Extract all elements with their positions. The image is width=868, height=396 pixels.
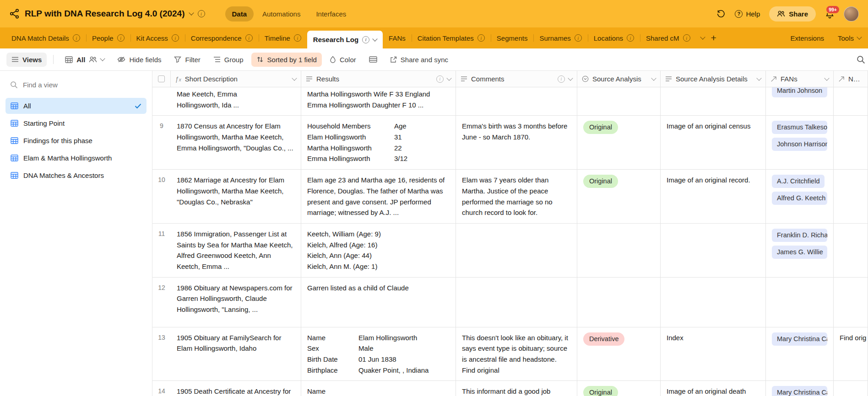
- tables-dropdown-chevron-icon[interactable]: [700, 34, 705, 39]
- cell-source-analysis-details[interactable]: Image of an original census: [661, 116, 766, 169]
- linked-record-chip[interactable]: Mary Christina Car: [772, 332, 827, 346]
- linked-record-chip[interactable]: Mary Christina Car: [772, 386, 827, 396]
- cell-fans[interactable]: Franklin D. RichardJames G. Willie: [766, 224, 834, 277]
- column-header-source-analysis[interactable]: Source Analysis: [577, 71, 661, 87]
- cell-source-analysis-details[interactable]: Index: [661, 327, 766, 381]
- table-tab-segments[interactable]: Segments: [491, 27, 534, 48]
- cell-comments[interactable]: This doesn't look like an obituary, it s…: [456, 327, 577, 381]
- cell-source-analysis[interactable]: Original: [577, 116, 661, 169]
- row-number[interactable]: 14: [152, 381, 171, 396]
- cell-fans[interactable]: A.J. CritchfieldAlfred G. Keetch: [766, 170, 834, 223]
- cell-results[interactable]: Martha Hollingsworth Wife F 33 EnglandEm…: [301, 87, 456, 115]
- cell-results[interactable]: Household MembersAgeElam Hollingsworth31…: [301, 116, 456, 169]
- cell-source-analysis-details[interactable]: [661, 278, 766, 327]
- view-switcher[interactable]: All: [60, 53, 109, 67]
- cell-short-description[interactable]: 1862 Marriage at Ancestry for Elam Holli…: [171, 170, 301, 223]
- notifications-button[interactable]: 99+: [825, 9, 835, 19]
- cell-fans[interactable]: [766, 278, 834, 327]
- column-header-short-description[interactable]: ƒxShort Description: [171, 71, 301, 87]
- sidebar-view-findings-for-this-phase[interactable]: Findings for this phase: [5, 133, 146, 149]
- select-all-checkbox[interactable]: [158, 75, 165, 82]
- history-icon[interactable]: [716, 9, 726, 18]
- find-view-box[interactable]: [5, 78, 146, 91]
- sidebar-view-all[interactable]: All: [5, 98, 146, 114]
- cell-short-description[interactable]: 1905 Obituary at FamilySearch for Elam H…: [171, 327, 301, 381]
- table-tab-people[interactable]: People: [86, 27, 130, 48]
- select-badge[interactable]: Original: [583, 121, 618, 134]
- cell-comments[interactable]: [456, 278, 577, 327]
- chevron-down-icon[interactable]: [824, 75, 829, 80]
- avatar[interactable]: [844, 6, 859, 21]
- cell-source-analysis[interactable]: [577, 87, 661, 115]
- cell-source-analysis-details[interactable]: Image of an original death certificate: [661, 381, 766, 396]
- cell-fans[interactable]: Erasmus TalkesonJohnson Harrison: [766, 116, 834, 169]
- linked-record-chip[interactable]: Alfred G. Keetch: [772, 192, 827, 205]
- linked-record-chip[interactable]: A.J. Critchfield: [772, 175, 825, 188]
- table-tab-fans[interactable]: FANs: [383, 27, 412, 48]
- cell-short-description[interactable]: 1905 Death Certificate at Ancestry for E…: [171, 381, 301, 396]
- column-header-results[interactable]: Results: [301, 71, 456, 87]
- table-tab-locations[interactable]: Locations: [588, 27, 640, 48]
- chevron-down-icon[interactable]: [651, 75, 656, 80]
- cell-comments[interactable]: This informant did a good job: [456, 381, 577, 396]
- cell-results[interactable]: NameElam HollingsworthSexMaleBirth Date0…: [301, 327, 456, 381]
- cell-comments[interactable]: Emma's birth was 3 months before June - …: [456, 116, 577, 169]
- cell-source-analysis-details[interactable]: Image of an original record.: [661, 170, 766, 223]
- cell-next[interactable]: [834, 278, 868, 327]
- table-tab-timeline[interactable]: Timeline: [259, 27, 307, 48]
- row-height-button[interactable]: [364, 53, 382, 66]
- group-button[interactable]: Group: [208, 53, 249, 67]
- cell-source-analysis[interactable]: Original: [577, 170, 661, 223]
- cell-next[interactable]: Find orig: [834, 327, 868, 381]
- row-number[interactable]: 9: [152, 116, 171, 169]
- cell-source-analysis[interactable]: Derivative: [577, 327, 661, 381]
- chevron-down-icon[interactable]: [756, 75, 761, 80]
- cell-results[interactable]: Garren listed as a child of Claude: [301, 278, 456, 327]
- cell-fans[interactable]: Martin Johnson: [766, 87, 834, 115]
- row-number[interactable]: 13: [152, 327, 171, 381]
- table-tab-correspondence[interactable]: Correspondence: [185, 27, 259, 48]
- tabbar-tools-button[interactable]: Tools: [831, 34, 868, 42]
- cell-next[interactable]: [834, 381, 868, 396]
- linked-record-chip[interactable]: Erasmus Talkeson: [772, 121, 827, 134]
- share-sync-button[interactable]: Share and sync: [385, 53, 453, 67]
- table-tab-research-log[interactable]: Research Log: [307, 31, 383, 48]
- cell-results[interactable]: Elam age 23 and Martha age 16, residents…: [301, 170, 456, 223]
- select-badge[interactable]: Original: [583, 386, 618, 396]
- table-tab-dna-match-details[interactable]: DNA Match Details: [5, 27, 86, 48]
- column-header-source-analysis-details[interactable]: Source Analysis Details: [661, 71, 766, 87]
- cell-next[interactable]: [834, 87, 868, 115]
- cell-comments[interactable]: [456, 224, 577, 277]
- nav-tab-automations[interactable]: Automations: [255, 6, 307, 21]
- add-table-button[interactable]: +: [707, 32, 720, 43]
- chevron-down-icon[interactable]: [568, 75, 573, 80]
- table-tab-citation-templates[interactable]: Citation Templates: [412, 27, 491, 48]
- cell-next[interactable]: [834, 224, 868, 277]
- cell-next[interactable]: [834, 170, 868, 223]
- row-number[interactable]: [152, 87, 171, 115]
- cell-results[interactable]: Keetch, William (Age: 9)Kielch, Alfred (…: [301, 224, 456, 277]
- cell-next[interactable]: [834, 116, 868, 169]
- color-button[interactable]: Color: [325, 53, 361, 67]
- linked-record-chip[interactable]: Johnson Harrison: [772, 138, 827, 151]
- cell-short-description[interactable]: 1986 Obituary at Newspapers.com for Garr…: [171, 278, 301, 327]
- base-info-icon[interactable]: [198, 10, 205, 17]
- tabbar-extensions-button[interactable]: Extensions: [784, 34, 831, 42]
- base-title-chevron-down-icon[interactable]: [189, 10, 194, 15]
- table-tab-kit-access[interactable]: Kit Access: [130, 27, 185, 48]
- cell-fans[interactable]: Mary Christina Car: [766, 327, 834, 381]
- sort-button[interactable]: Sorted by 1 field: [251, 53, 322, 67]
- column-header-next[interactable]: Next: [834, 71, 868, 87]
- sidebar-view-elam-martha-hollingsworth[interactable]: Elam & Martha Hollingsworth: [5, 150, 146, 166]
- chevron-down-icon[interactable]: [292, 75, 297, 80]
- table-tab-shared-cm[interactable]: Shared cM: [640, 27, 696, 48]
- row-number[interactable]: 12: [152, 278, 171, 327]
- cell-short-description[interactable]: 1870 Census at Ancestry for Elam Holling…: [171, 116, 301, 169]
- row-number[interactable]: 11: [152, 224, 171, 277]
- hide-fields-button[interactable]: Hide fields: [112, 53, 166, 67]
- app-logo-icon[interactable]: [9, 8, 20, 19]
- cell-short-description[interactable]: 1856 Immigration, Passenger List at Sain…: [171, 224, 301, 277]
- cell-source-analysis[interactable]: [577, 278, 661, 327]
- linked-record-chip[interactable]: James G. Willie: [772, 246, 827, 259]
- select-badge[interactable]: Original: [583, 175, 618, 188]
